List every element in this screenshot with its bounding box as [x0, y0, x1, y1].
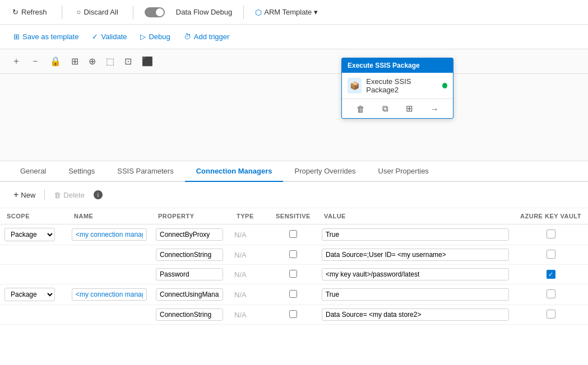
- popup-header-text: Execute SSIS Package: [348, 62, 420, 69]
- save-as-template-button[interactable]: ⊞ Save as template: [9, 30, 83, 43]
- azure-kv-checked-icon[interactable]: ✓: [547, 270, 555, 279]
- tab-connection-managers[interactable]: Connection Managers: [185, 161, 284, 182]
- sensitive-cell: [269, 284, 317, 305]
- sensitive-checkbox[interactable]: [289, 250, 297, 258]
- sensitive-cell: [269, 265, 317, 284]
- value-input[interactable]: [322, 288, 509, 301]
- type-cell: N/A: [230, 305, 269, 325]
- tab-general[interactable]: General: [9, 161, 57, 182]
- arrow-action-button[interactable]: →: [428, 103, 441, 115]
- save-as-template-label: Save as template: [22, 32, 78, 41]
- duplicate-action-button[interactable]: ⊞: [404, 102, 415, 115]
- table-header: SCOPE NAME PROPERTY TYPE SENSITIVE VALUE…: [0, 208, 588, 224]
- tab-settings[interactable]: Settings: [57, 161, 106, 182]
- add-trigger-button[interactable]: ⏱ Add trigger: [179, 30, 234, 43]
- layout-icon-button[interactable]: ⊡: [122, 54, 135, 68]
- name-input[interactable]: [72, 228, 147, 241]
- popup-card-body: 📦 Execute SSIS Package2: [342, 73, 453, 99]
- add-icon-button[interactable]: ＋: [9, 54, 24, 69]
- sensitive-cell: [269, 305, 317, 325]
- type-cell: N/A: [230, 224, 269, 245]
- barcode-icon-button[interactable]: ⊞: [68, 54, 81, 68]
- action-bar: + New 🗑 Delete i: [0, 182, 588, 208]
- validate-icon: ✓: [92, 32, 98, 41]
- table-row: PackageN/A: [0, 224, 588, 245]
- debug-button[interactable]: ▷ Debug: [136, 30, 174, 43]
- connection-managers-table: SCOPE NAME PROPERTY TYPE SENSITIVE VALUE…: [0, 208, 588, 325]
- property-cell: [151, 305, 230, 325]
- new-button[interactable]: + New: [9, 188, 40, 202]
- value-cell: [317, 245, 513, 265]
- arm-template-button[interactable]: ⬡ ARM Template ▾: [255, 8, 318, 17]
- value-input[interactable]: [322, 249, 509, 261]
- name-cell: [67, 265, 151, 284]
- property-input[interactable]: [156, 288, 223, 301]
- sensitive-checkbox[interactable]: [289, 270, 297, 278]
- package-icon: 📦: [348, 78, 362, 93]
- popup-card-actions: 🗑 ⧉ ⊞ →: [342, 99, 453, 118]
- tab-ssis-params[interactable]: SSIS Parameters: [106, 161, 184, 182]
- select-icon-button[interactable]: ⬚: [103, 54, 117, 68]
- scope-header: SCOPE: [0, 208, 67, 224]
- cursor-icon-button[interactable]: ⊕: [86, 54, 99, 68]
- property-input[interactable]: [156, 249, 223, 261]
- name-input[interactable]: [72, 288, 147, 301]
- property-input[interactable]: [156, 308, 223, 321]
- azure-key-vault-cell: [513, 284, 588, 305]
- top-toolbar: ↻ Refresh ○ Discard All Data Flow Debug …: [0, 0, 588, 25]
- delete-button[interactable]: 🗑 Delete: [49, 189, 89, 202]
- arm-icon: ⬡: [255, 8, 262, 17]
- azure-kv-unchecked-icon[interactable]: [547, 310, 555, 319]
- azure-kv-unchecked-icon[interactable]: [547, 289, 555, 298]
- data-flow-debug-toggle[interactable]: [145, 7, 165, 17]
- canvas-area: ＋ － 🔒 ⊞ ⊕ ⬚ ⊡ ⬛ Execute SSIS Package 📦 E…: [0, 49, 588, 161]
- save-icon: ⊞: [13, 32, 20, 41]
- sensitive-checkbox[interactable]: [289, 290, 297, 298]
- table-body: PackageN/AN/AN/A✓PackageN/AN/A: [0, 224, 588, 325]
- azure-kv-unchecked-icon[interactable]: [547, 230, 555, 238]
- sensitive-checkbox[interactable]: [289, 310, 297, 318]
- table-row: PackageN/A: [0, 284, 588, 305]
- property-input[interactable]: [156, 268, 223, 280]
- table-container: SCOPE NAME PROPERTY TYPE SENSITIVE VALUE…: [0, 208, 588, 325]
- azure-key-vault-cell: ✓: [513, 265, 588, 284]
- minus-icon-button[interactable]: －: [28, 54, 43, 69]
- secondary-toolbar: ⊞ Save as template ✓ Validate ▷ Debug ⏱ …: [0, 25, 588, 49]
- validate-label: Validate: [101, 32, 127, 41]
- property-input[interactable]: [156, 228, 223, 241]
- info-icon[interactable]: i: [94, 190, 103, 199]
- lock-icon-button[interactable]: 🔒: [47, 54, 64, 68]
- refresh-button[interactable]: ↻ Refresh: [9, 6, 50, 18]
- name-cell: [67, 284, 151, 305]
- value-header: VALUE: [317, 208, 513, 224]
- scope-select[interactable]: Package: [4, 288, 55, 301]
- azure-key-vault-cell: [513, 245, 588, 265]
- name-cell: [67, 305, 151, 325]
- scope-cell: [0, 245, 67, 265]
- refresh-label: Refresh: [21, 8, 47, 16]
- scope-cell: Package: [0, 284, 67, 305]
- grid-icon-button[interactable]: ⬛: [139, 54, 156, 68]
- type-cell: N/A: [230, 265, 269, 284]
- icon-toolbar: ＋ － 🔒 ⊞ ⊕ ⬚ ⊡ ⬛: [0, 49, 588, 74]
- copy-action-button[interactable]: ⧉: [380, 102, 391, 115]
- status-dot: [442, 83, 447, 88]
- azure-key-vault-cell: [513, 224, 588, 245]
- delete-action-button[interactable]: 🗑: [354, 103, 367, 115]
- discard-all-button[interactable]: ○ Discard All: [73, 6, 122, 18]
- azure-kv-unchecked-icon[interactable]: [547, 250, 555, 259]
- tab-property-overrides[interactable]: Property Overrides: [283, 161, 367, 182]
- type-cell: N/A: [230, 284, 269, 305]
- value-cell: [317, 284, 513, 305]
- value-input[interactable]: [322, 308, 509, 321]
- chevron-down-icon: ▾: [314, 8, 318, 16]
- value-input[interactable]: [322, 268, 509, 280]
- plus-icon: +: [13, 190, 18, 200]
- validate-button[interactable]: ✓ Validate: [87, 30, 131, 43]
- add-trigger-label: Add trigger: [194, 32, 230, 41]
- sensitive-checkbox[interactable]: [289, 230, 297, 238]
- scope-select[interactable]: Package: [4, 228, 55, 241]
- value-input[interactable]: [322, 228, 509, 241]
- sensitive-cell: [269, 224, 317, 245]
- tab-user-properties[interactable]: User Properties: [367, 161, 440, 182]
